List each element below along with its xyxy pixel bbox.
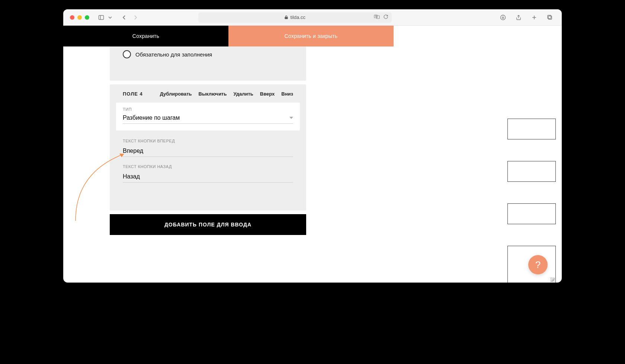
svg-rect-0 (99, 15, 104, 19)
url-bar[interactable]: tilda.cc (198, 12, 392, 23)
reload-icon[interactable] (383, 14, 389, 21)
type-label: ТИП (123, 107, 293, 112)
lock-icon (284, 15, 288, 19)
window-controls (70, 15, 89, 20)
save-button[interactable]: Сохранить (63, 26, 228, 46)
type-value: Разбиение по шагам (123, 115, 180, 121)
share-icon[interactable] (513, 13, 524, 22)
chevron-down-icon[interactable] (107, 13, 113, 22)
action-duplicate[interactable]: Дублировать (160, 91, 192, 97)
tabs-icon[interactable] (545, 13, 555, 22)
browser-toolbar: tilda.cc (63, 9, 562, 26)
back-button-label: ТЕКСТ КНОПКИ НАЗАД (123, 164, 293, 169)
page-content: Сохранить Сохранить и закрыть Обязательн… (63, 26, 562, 283)
url-text: tilda.cc (290, 15, 305, 20)
sidebar-toggle-icon[interactable] (96, 13, 106, 22)
minimize-window-icon[interactable] (77, 15, 82, 20)
back-icon[interactable] (119, 13, 129, 22)
save-close-button[interactable]: Сохранить и закрыть (228, 26, 394, 46)
browser-window: tilda.cc (63, 9, 562, 283)
chevron-down-icon (289, 117, 293, 119)
close-window-icon[interactable] (70, 15, 74, 20)
required-panel: Обязательно для заполнения (110, 46, 306, 81)
action-delete[interactable]: Удалить (233, 91, 253, 97)
add-field-button[interactable]: ДОБАВИТЬ ПОЛЕ ДЛЯ ВВОДА (110, 214, 306, 235)
top-action-bar: Сохранить Сохранить и закрыть (63, 26, 562, 46)
maximize-window-icon[interactable] (85, 15, 89, 20)
new-tab-icon[interactable] (529, 13, 539, 22)
preview-input-3 (507, 203, 556, 224)
next-button-label: ТЕКСТ КНОПКИ ВПЕРЕД (123, 139, 293, 143)
forward-icon[interactable] (130, 13, 141, 22)
preview-input-2 (507, 161, 556, 182)
field-title: ПОЛЕ 4 (123, 91, 143, 97)
action-down[interactable]: Вниз (281, 91, 293, 97)
preview-input-1 (507, 119, 556, 139)
svg-rect-3 (376, 16, 379, 19)
required-label: Обязательно для заполнения (135, 51, 212, 58)
field-4-panel: ПОЛЕ 4 Дублировать Выключить Удалить Вве… (110, 84, 306, 210)
required-checkbox[interactable] (123, 50, 131, 58)
resize-handle-icon (550, 277, 555, 282)
action-disable[interactable]: Выключить (199, 91, 227, 97)
type-select[interactable]: Разбиение по шагам (123, 115, 293, 124)
action-up[interactable]: Вверх (260, 91, 275, 97)
type-select-box: ТИП Разбиение по шагам (116, 103, 300, 131)
help-button[interactable]: ? (528, 255, 548, 274)
downloads-icon[interactable] (498, 13, 508, 22)
back-button-text-input[interactable] (123, 172, 293, 183)
next-button-text-input[interactable] (123, 146, 293, 157)
translate-icon[interactable] (374, 14, 380, 21)
